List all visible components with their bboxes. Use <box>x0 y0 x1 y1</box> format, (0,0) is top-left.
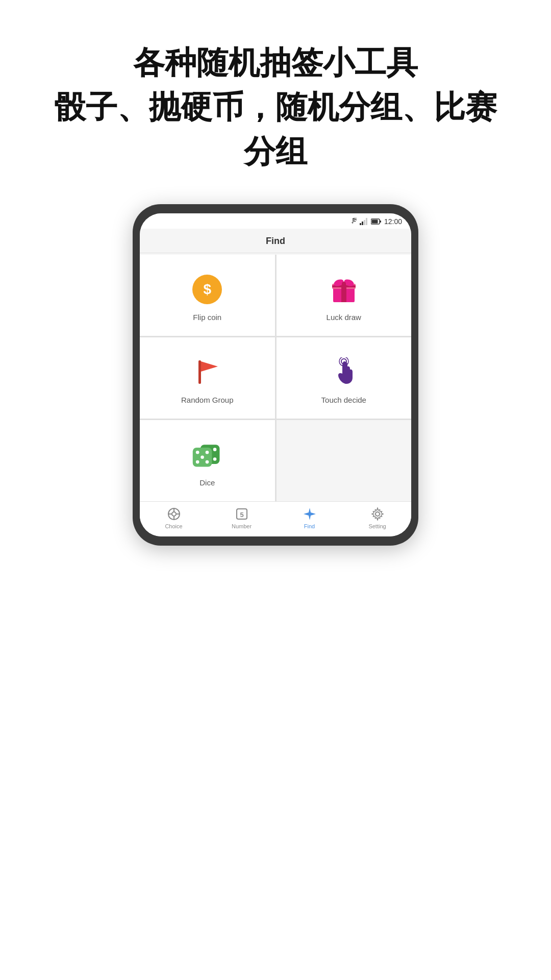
coin-icon: $ <box>191 273 223 306</box>
luck-draw-label: Luck draw <box>327 313 361 322</box>
coin-circle: $ <box>192 275 222 304</box>
status-time: 12:00 <box>384 217 402 226</box>
status-bar: 12:00 <box>140 213 411 229</box>
dice-svg <box>191 440 223 470</box>
phone-screen: 12:00 Find $ Flip coin <box>140 213 411 536</box>
bottom-nav: Choice 5 Number <box>140 501 411 536</box>
header-text: 各种随机抽签小工具 骰子、抛硬币，随机分组、比赛分组 <box>41 41 510 174</box>
signal-icon <box>360 218 368 225</box>
svg-point-27 <box>201 456 205 459</box>
grid-item-empty <box>277 420 412 501</box>
svg-point-23 <box>213 458 217 461</box>
touch-svg <box>329 357 359 387</box>
grid-item-dice[interactable]: Dice <box>140 420 275 501</box>
nav-item-setting[interactable]: Setting <box>343 507 411 529</box>
grid-item-touch-decide[interactable]: Touch decide <box>277 337 412 419</box>
nav-item-number[interactable]: 5 Number <box>208 507 276 529</box>
app-title: Find <box>266 236 285 246</box>
svg-point-38 <box>375 512 380 516</box>
svg-point-26 <box>206 451 209 454</box>
svg-rect-3 <box>366 218 367 225</box>
grid-item-random-group[interactable]: Random Group <box>140 337 275 419</box>
dice-icon <box>191 438 223 471</box>
number-nav-icon: 5 <box>235 507 249 521</box>
svg-rect-5 <box>380 220 381 223</box>
svg-rect-2 <box>364 220 365 225</box>
battery-icon <box>371 218 381 225</box>
number-nav-label: Number <box>232 523 252 529</box>
grid-item-flip-coin[interactable]: $ Flip coin <box>140 255 275 336</box>
svg-rect-14 <box>198 360 201 384</box>
page-header: 各种随机抽签小工具 骰子、抛硬币，随机分组、比赛分组 <box>0 0 551 204</box>
setting-nav-label: Setting <box>368 523 386 529</box>
touch-decide-label: Touch decide <box>321 396 366 404</box>
svg-point-28 <box>196 460 199 464</box>
choice-nav-icon <box>167 507 181 521</box>
nav-item-find[interactable]: Find <box>276 507 343 529</box>
svg-text:5: 5 <box>240 511 243 519</box>
flag-icon <box>191 356 223 388</box>
phone-mockup: 12:00 Find $ Flip coin <box>133 204 418 546</box>
svg-point-29 <box>206 460 209 464</box>
random-group-label: Random Group <box>181 396 234 404</box>
choice-nav-label: Choice <box>165 523 182 529</box>
svg-point-25 <box>196 451 199 454</box>
app-grid: $ Flip coin <box>140 255 411 501</box>
svg-marker-15 <box>201 361 218 372</box>
svg-rect-1 <box>362 222 363 225</box>
wifi-icon <box>348 218 357 225</box>
touch-icon <box>328 356 360 388</box>
grid-item-luck-draw[interactable]: Luck draw <box>277 255 412 336</box>
find-nav-label: Find <box>304 523 315 529</box>
svg-point-13 <box>342 282 346 286</box>
dice-label: Dice <box>199 478 215 487</box>
find-nav-icon <box>303 507 317 521</box>
app-topbar: Find <box>140 229 411 253</box>
svg-rect-0 <box>360 223 361 225</box>
flag-svg <box>192 357 222 387</box>
gift-svg <box>329 275 359 304</box>
flip-coin-label: Flip coin <box>193 313 221 322</box>
svg-point-31 <box>172 512 176 516</box>
svg-rect-6 <box>371 220 378 224</box>
gift-icon <box>328 273 360 306</box>
setting-nav-icon <box>370 507 385 521</box>
nav-item-choice[interactable]: Choice <box>140 507 208 529</box>
status-icons: 12:00 <box>348 217 402 226</box>
svg-point-20 <box>213 448 217 452</box>
